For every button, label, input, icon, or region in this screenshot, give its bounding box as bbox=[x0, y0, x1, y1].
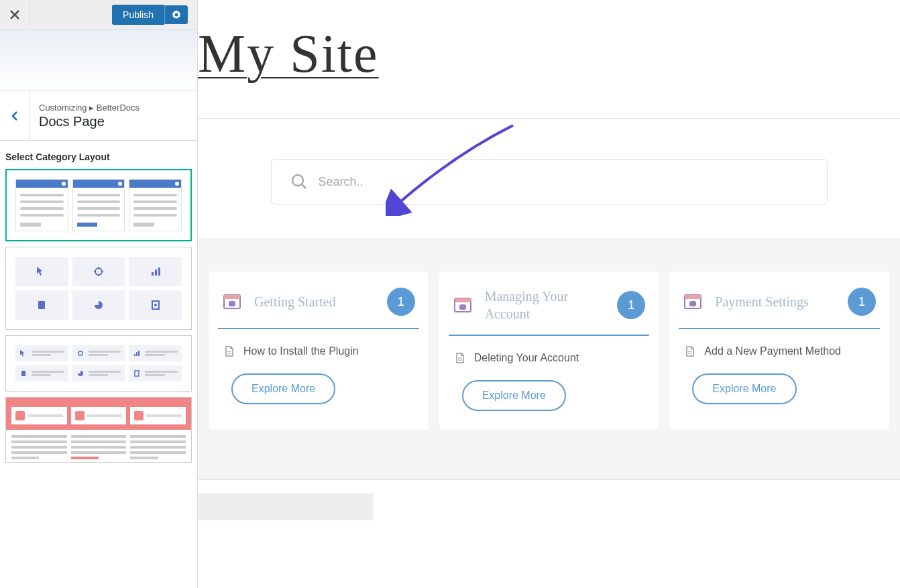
doc-card: Getting Started 1 How to Install the Plu… bbox=[209, 272, 429, 430]
card-count-badge: 1 bbox=[387, 288, 415, 316]
site-title[interactable]: My Site bbox=[198, 23, 900, 84]
svg-rect-11 bbox=[21, 371, 25, 376]
footer-placeholder bbox=[198, 493, 900, 520]
category-icon bbox=[222, 292, 242, 312]
layout-options-list bbox=[0, 169, 197, 588]
svg-rect-4 bbox=[38, 301, 45, 309]
svg-rect-2 bbox=[155, 270, 157, 276]
svg-rect-16 bbox=[229, 301, 235, 306]
svg-rect-18 bbox=[455, 298, 471, 302]
card-title[interactable]: Managing Your Account bbox=[485, 288, 606, 322]
close-button[interactable] bbox=[0, 0, 30, 30]
svg-rect-10 bbox=[138, 351, 139, 356]
publish-button[interactable]: Publish bbox=[112, 5, 164, 25]
gear-icon bbox=[172, 10, 181, 19]
category-icon bbox=[683, 292, 703, 312]
doc-item[interactable]: Deleting Your Account bbox=[449, 352, 650, 380]
doc-item[interactable]: How to Install the Plugin bbox=[218, 345, 419, 373]
doc-item-label: How to Install the Plugin bbox=[243, 345, 359, 357]
breadcrumb-path: Customizing ▸ BetterDocs bbox=[39, 103, 139, 113]
search-icon bbox=[290, 173, 308, 190]
svg-rect-12 bbox=[135, 371, 139, 376]
category-icon bbox=[453, 295, 473, 315]
doc-item[interactable]: Add a New Payment Method bbox=[679, 345, 880, 373]
svg-point-0 bbox=[95, 268, 102, 275]
explore-more-button[interactable]: Explore More bbox=[692, 373, 796, 404]
card-count-badge: 1 bbox=[848, 288, 876, 316]
customizer-breadcrumb-row: Customizing ▸ BetterDocs Docs Page bbox=[0, 91, 197, 141]
layout-option-3[interactable] bbox=[5, 335, 192, 392]
section-label: Select Category Layout bbox=[0, 141, 197, 169]
preview-pane: My Site Getting Started 1 bbox=[198, 0, 900, 588]
explore-more-button[interactable]: Explore More bbox=[231, 373, 335, 404]
layout-option-1[interactable] bbox=[5, 169, 192, 241]
layout-option-4[interactable] bbox=[5, 397, 192, 463]
svg-rect-22 bbox=[689, 301, 696, 306]
publish-settings-button[interactable] bbox=[164, 5, 188, 24]
card-title[interactable]: Payment Settings bbox=[715, 293, 836, 310]
svg-point-13 bbox=[292, 175, 303, 186]
explore-more-button[interactable]: Explore More bbox=[462, 380, 566, 411]
svg-point-6 bbox=[154, 304, 157, 306]
svg-rect-21 bbox=[685, 295, 701, 299]
doc-item-label: Add a New Payment Method bbox=[704, 345, 841, 357]
chevron-left-icon bbox=[11, 111, 18, 121]
doc-card: Managing Your Account 1 Deleting Your Ac… bbox=[439, 272, 659, 430]
search-input[interactable] bbox=[319, 175, 808, 189]
card-title[interactable]: Getting Started bbox=[254, 293, 375, 310]
svg-rect-8 bbox=[134, 354, 135, 356]
card-count-badge: 1 bbox=[617, 291, 645, 319]
svg-rect-9 bbox=[136, 352, 137, 356]
close-icon bbox=[10, 10, 19, 19]
layout-option-2[interactable] bbox=[5, 247, 192, 330]
doc-cards-row: Getting Started 1 How to Install the Plu… bbox=[198, 272, 900, 430]
customizer-sidebar: Publish Customizing ▸ BetterDocs Docs Pa… bbox=[0, 0, 198, 588]
svg-rect-3 bbox=[158, 268, 160, 276]
document-icon bbox=[685, 346, 695, 357]
site-preview-thumbnail bbox=[0, 30, 197, 91]
document-icon bbox=[455, 353, 465, 363]
customizer-topbar: Publish bbox=[0, 0, 197, 30]
svg-rect-15 bbox=[224, 295, 240, 299]
svg-rect-19 bbox=[459, 304, 466, 310]
doc-card: Payment Settings 1 Add a New Payment Met… bbox=[669, 272, 889, 430]
breadcrumb-title: Docs Page bbox=[39, 114, 139, 129]
doc-item-label: Deleting Your Account bbox=[474, 352, 579, 364]
document-icon bbox=[225, 346, 234, 357]
svg-rect-1 bbox=[152, 272, 154, 276]
back-button[interactable] bbox=[0, 91, 30, 140]
search-box[interactable] bbox=[271, 159, 828, 204]
svg-point-7 bbox=[78, 351, 82, 355]
